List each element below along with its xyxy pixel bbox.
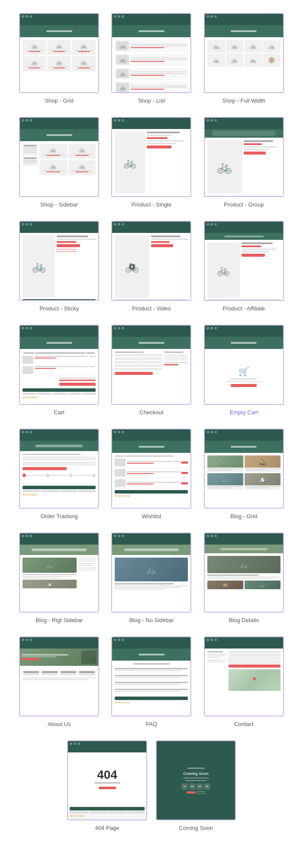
mock-step xyxy=(69,474,73,477)
item-shop-grid[interactable]: 🚲 🚲 🚲 🚲 🚲 🚲 Shop - Grid xyxy=(17,13,101,104)
mock-header xyxy=(112,14,190,21)
mock-stars: ★★★★★ xyxy=(23,396,96,399)
mock-content: ★★★★★ xyxy=(20,451,98,508)
thumbnail-shop-grid[interactable]: 🚲 🚲 🚲 🚲 🚲 🚲 xyxy=(19,13,99,93)
thumbnail-blog-details[interactable]: 🚲 🚵 🚲 xyxy=(204,532,284,613)
thumbnail-coming-soon[interactable]: Coming Soon 12 05 30 45 xyxy=(156,740,236,820)
mock-coming-countdown: 12 05 30 45 xyxy=(182,784,210,790)
item-shop-sidebar[interactable]: 🚲 🚲 🚲 🚲 Shop - Sidebar xyxy=(17,117,101,208)
label-shop-list: Shop - List xyxy=(138,97,165,104)
mock-about-img xyxy=(81,651,97,664)
thumbnail-shop-list[interactable]: 🚲 🚲 🚲 🚲 xyxy=(111,13,191,93)
mock-hero xyxy=(112,441,190,453)
mock-header xyxy=(112,222,190,229)
item-product-single[interactable]: 🚲 🚲 xyxy=(110,117,193,208)
thumbnail-cart[interactable]: ★★★★★ xyxy=(19,325,99,405)
mock-cart-price xyxy=(89,356,96,364)
item-contact[interactable]: Contact xyxy=(202,636,286,727)
thumbnail-about-us[interactable] xyxy=(19,636,99,716)
item-checkout[interactable]: Checkout xyxy=(110,325,193,416)
thumbnail-product-single[interactable]: 🚲 🚲 xyxy=(111,117,191,197)
item-404-page[interactable]: 404 ★★★★★ xyxy=(67,740,147,831)
mock-content: 🚲 🚲 🚲 🚲 🚲 🚲 🚲 🛞 xyxy=(205,37,283,92)
mock-404-footer: ★★★★★ xyxy=(68,805,146,820)
thumbnail-blog-grid[interactable]: 🚲 🚵 🚲 🏔 xyxy=(204,429,284,509)
item-blog-details[interactable]: 🚲 🚵 🚲 Blog Details xyxy=(202,532,286,623)
mock-blog-sidebar xyxy=(78,558,96,588)
label-empty-cart: Empty Cart xyxy=(230,409,258,416)
item-blog-grid[interactable]: 🚲 🚵 🚲 🏔 xyxy=(202,429,286,520)
mock-product-single-info xyxy=(151,236,188,297)
thumbnail-product-affiliate[interactable]: 🚲 xyxy=(204,221,284,301)
thumbnail-blog-right-sidebar[interactable]: 🚲 🏔️ xyxy=(19,532,99,613)
item-blog-right-sidebar[interactable]: 🚲 🏔️ xyxy=(17,532,101,623)
item-wishlist[interactable]: ★★★★★ Wishlist xyxy=(110,429,193,520)
mock-coming-soon: Coming Soon 12 05 30 45 xyxy=(157,741,235,820)
item-about-us[interactable]: About Us xyxy=(17,636,101,727)
mock-empty-btn xyxy=(231,384,257,387)
thumbnail-empty-cart[interactable]: 🛒 xyxy=(204,325,284,405)
mock-nav xyxy=(205,229,283,233)
mock-hero-text xyxy=(139,30,164,32)
item-coming-soon[interactable]: Coming Soon 12 05 30 45 xyxy=(156,740,236,831)
play-icon: ▶ xyxy=(129,264,135,270)
mock-wishlist-btn xyxy=(181,461,188,464)
thumbnail-wishlist[interactable]: ★★★★★ xyxy=(111,429,191,509)
mock-stars: ★★★★★ xyxy=(23,493,96,497)
thumbnail-contact[interactable] xyxy=(204,636,284,716)
thumbnail-product-group[interactable]: 🚲 🚲 🚲 🚲 xyxy=(204,117,284,197)
mock-blog-card: 🏔️ xyxy=(245,473,280,490)
item-empty-cart[interactable]: 🛒 xyxy=(202,325,286,416)
thumbnail-shop-full-width[interactable]: 🚲 🚲 🚲 🚲 🚲 🚲 🚲 🛞 xyxy=(204,13,284,93)
mock-nav xyxy=(205,332,283,337)
mock-stars: ★★★★★ xyxy=(70,814,145,818)
mock-nav xyxy=(68,748,146,752)
mock-stats-row xyxy=(23,670,96,676)
mock-step xyxy=(23,474,26,477)
item-shop-list[interactable]: 🚲 🚲 🚲 🚲 xyxy=(110,13,193,104)
mock-nav xyxy=(112,21,190,25)
mock-coming-btns xyxy=(187,791,205,794)
mock-hero xyxy=(205,129,283,138)
item-product-affiliate[interactable]: 🚲 xyxy=(202,221,286,312)
thumbnail-faq[interactable]: ★★★★★ xyxy=(111,636,191,716)
mock-hero xyxy=(20,337,98,349)
mock-nav xyxy=(205,21,283,25)
label-product-video: Product - Video xyxy=(132,305,171,312)
mock-blog-text-line xyxy=(115,585,188,586)
mock-nav xyxy=(20,436,98,441)
mock-hero-text xyxy=(46,134,72,136)
mock-content: ★★★★★ xyxy=(112,453,190,508)
thumbnail-404-page[interactable]: 404 ★★★★★ xyxy=(67,740,147,820)
thumbnail-shop-sidebar[interactable]: 🚲 🚲 🚲 🚲 xyxy=(19,117,99,197)
item-shop-full-width[interactable]: 🚲 🚲 🚲 🚲 🚲 🚲 🚲 🛞 Shop - Full Width xyxy=(202,13,286,104)
mock-nav xyxy=(20,125,98,129)
mock-hero xyxy=(20,129,98,141)
mock-form-row xyxy=(115,368,162,370)
thumbnail-product-sticky[interactable]: 🚲 xyxy=(19,221,99,301)
mock-blog-related: 🚵 🚲 xyxy=(207,581,280,589)
item-faq[interactable]: ★★★★★ FAQ xyxy=(110,636,193,727)
item-product-video[interactable]: 🚲 ▶ ▶ xyxy=(110,221,193,312)
mock-order-footer: ★★★★★ xyxy=(23,477,96,497)
item-blog-no-sidebar[interactable]: 🚲 Blog - No Sidebar xyxy=(110,532,193,623)
thumbnail-order-tracking[interactable]: ★★★★★ xyxy=(19,429,99,509)
thumbnail-product-video[interactable]: 🚲 ▶ ▶ xyxy=(111,221,191,301)
mock-blog-detail-img: 🚲 xyxy=(207,556,280,573)
mock-tracking-btn xyxy=(23,467,66,470)
item-cart[interactable]: ★★★★★ Cart xyxy=(17,325,101,416)
mock-product-card: 🚲 xyxy=(244,54,262,67)
mock-product-single: 🚲 xyxy=(207,242,280,297)
mock-cart-detail xyxy=(35,366,88,374)
label-shop-grid: Shop - Grid xyxy=(45,97,73,104)
item-product-sticky[interactable]: 🚲 xyxy=(17,221,101,312)
item-order-tracking[interactable]: ★★★★★ Order Tracking xyxy=(17,429,101,520)
mock-step xyxy=(46,474,49,477)
mock-header xyxy=(112,429,190,436)
mock-404-text xyxy=(94,782,120,784)
item-product-group[interactable]: 🚲 🚲 🚲 🚲 xyxy=(202,117,286,208)
label-product-sticky: Product - Sticky xyxy=(39,305,79,312)
label-product-affiliate: Product - Affiliate xyxy=(222,305,265,312)
thumbnail-checkout[interactable] xyxy=(111,325,191,405)
thumbnail-blog-no-sidebar[interactable]: 🚲 xyxy=(111,532,191,613)
